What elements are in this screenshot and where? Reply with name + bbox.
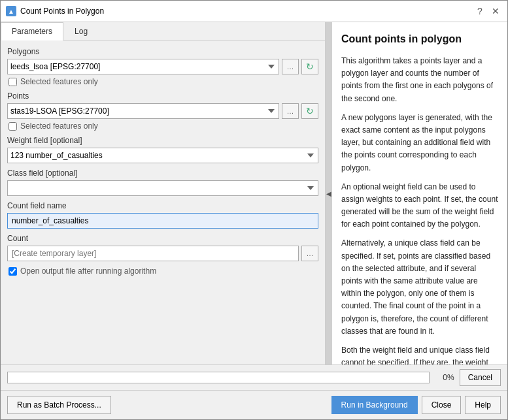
close-title-button[interactable]: ✕ (489, 5, 502, 18)
run-background-button[interactable]: Run in Background (331, 396, 418, 414)
points-row: stas19-LSOA [EPSG:27700] … ↻ (7, 103, 318, 119)
title-buttons: ? ✕ (473, 5, 502, 18)
tab-log[interactable]: Log (63, 22, 99, 40)
polygons-row: leeds_lsoa [EPSG:27700] … ↻ (7, 59, 318, 74)
tabs: Parameters Log (1, 22, 325, 40)
progress-bar-container (7, 372, 430, 383)
count-output-input[interactable] (7, 246, 299, 261)
open-output-row: Open output file after running algorithm (7, 267, 318, 276)
points-dots-button[interactable]: … (282, 103, 299, 119)
count-field-name-input[interactable] (7, 213, 318, 229)
open-output-checkbox[interactable] (8, 267, 17, 276)
points-selected-checkbox[interactable] (8, 122, 17, 131)
polygons-selected-label: Selected features only (20, 77, 98, 86)
polygons-refresh-button[interactable]: ↻ (301, 59, 318, 74)
polygons-dots-button[interactable]: … (282, 59, 299, 74)
right-panel: Count points in polygon This algorithm t… (332, 22, 507, 364)
left-panel: Parameters Log Polygons leeds_lsoa [EPSG… (1, 22, 326, 364)
points-label: Points (7, 91, 318, 101)
tab-parameters[interactable]: Parameters (1, 22, 63, 40)
help-para-1: This algorithm takes a points layer and … (341, 55, 498, 105)
points-selected-label: Selected features only (20, 121, 98, 131)
dialog-window: ▲ Count Points in Polygon ? ✕ Parameters… (0, 0, 508, 420)
title-bar: ▲ Count Points in Polygon ? ✕ (1, 1, 507, 22)
help-para-5: Both the weight field and unique class f… (341, 344, 498, 364)
app-icon: ▲ (6, 6, 16, 16)
params-panel: Polygons leeds_lsoa [EPSG:27700] … ↻ Sel… (1, 40, 325, 364)
help-title-button[interactable]: ? (473, 5, 486, 18)
action-buttons: Run in Background Close Help (331, 396, 501, 414)
help-button[interactable]: Help (465, 396, 501, 414)
help-para-2: A new polygons layer is generated, with … (341, 112, 498, 174)
help-text: This algorithm takes a points layer and … (341, 55, 498, 364)
open-output-label: Open output file after running algorithm (20, 267, 156, 276)
points-refresh-button[interactable]: ↻ (301, 103, 318, 119)
weight-field-row: 123 number_of_casualties (7, 148, 318, 163)
cancel-button[interactable]: Cancel (460, 369, 501, 386)
polygons-selected-checkbox[interactable] (8, 78, 17, 86)
help-para-4: Alternatively, a unique class field can … (341, 237, 498, 338)
progress-label: 0% (435, 373, 454, 382)
polygons-label: Polygons (7, 47, 318, 56)
count-label: Count (7, 234, 318, 243)
class-field-label: Class field [optional] (7, 169, 318, 178)
weight-field-label: Weight field [optional] (7, 136, 318, 145)
batch-process-button[interactable]: Run as Batch Process... (7, 396, 111, 414)
dialog-title: Count Points in Polygon (20, 7, 104, 16)
main-content: Parameters Log Polygons leeds_lsoa [EPSG… (1, 22, 507, 364)
polygons-select[interactable]: leeds_lsoa [EPSG:27700] (7, 59, 279, 74)
count-field-name-label: Count field name (7, 201, 318, 210)
count-dots-button[interactable]: … (301, 246, 318, 261)
class-field-select[interactable] (7, 180, 318, 196)
action-bar: Run as Batch Process... Run in Backgroun… (1, 390, 507, 419)
polygons-selected-row: Selected features only (7, 77, 318, 86)
count-row: … (7, 246, 318, 261)
help-para-3: An optional weight field can be used to … (341, 181, 498, 231)
class-field-row (7, 180, 318, 196)
weight-field-select[interactable]: 123 number_of_casualties (7, 148, 318, 163)
title-bar-left: ▲ Count Points in Polygon (6, 6, 104, 16)
points-selected-row: Selected features only (7, 121, 318, 131)
collapse-arrow[interactable]: ◀ (326, 22, 332, 364)
help-title: Count points in polygon (341, 31, 498, 47)
points-select[interactable]: stas19-LSOA [EPSG:27700] (7, 103, 279, 119)
close-button[interactable]: Close (422, 396, 462, 414)
bottom-bar: 0% Cancel (1, 364, 507, 390)
